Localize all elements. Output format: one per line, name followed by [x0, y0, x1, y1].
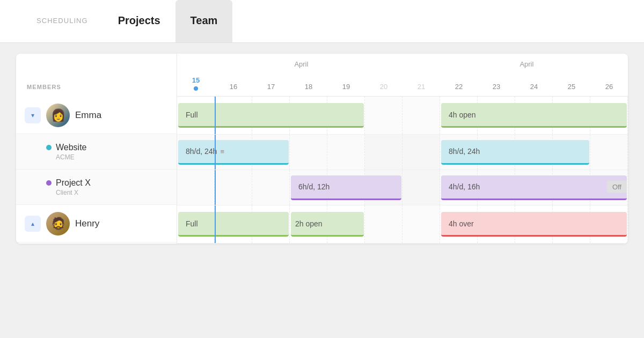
- members-panel: MEMBERS ▾ 👩 Emma: [16, 54, 177, 244]
- today-line-website: [215, 135, 216, 170]
- person-timeline-emma: Full 4h open: [177, 97, 628, 134]
- project-name-website: Website: [56, 143, 87, 152]
- chevron-up-icon: ▴: [31, 220, 34, 227]
- project-client-projectx: Client X: [46, 189, 168, 196]
- project-row-projectx: Project X Client X: [16, 170, 177, 205]
- today-line-projectx: [215, 170, 216, 205]
- date-cell-18: 18: [290, 83, 327, 91]
- bar-website-2[interactable]: 8h/d, 24h: [441, 140, 589, 165]
- date-header: April April 15 16 17 18 19 20 21 22: [177, 54, 628, 97]
- expand-btn-henry[interactable]: ▴: [25, 216, 41, 232]
- gc-6: [365, 97, 402, 134]
- project-info-website: Website ACME: [16, 134, 177, 169]
- date-cell-22: 22: [440, 83, 478, 91]
- date-cell-19: 19: [327, 83, 365, 91]
- nav-projects[interactable]: Projects: [103, 0, 175, 42]
- doc-icon-website: ≡: [220, 148, 224, 156]
- date-cell-16: 16: [215, 83, 252, 91]
- bar-henry-2hopen[interactable]: 2h open: [291, 212, 364, 237]
- date-cell-21: 21: [402, 83, 440, 91]
- timeline-panel: April April 15 16 17 18 19 20 21 22: [177, 54, 628, 244]
- date-cells: 15 16 17 18 19 20 21 22 23 24 25 26: [177, 76, 628, 96]
- bar-website-1[interactable]: 8h/d, 24h ≡: [178, 140, 289, 165]
- project-name-projectx: Project X: [56, 178, 91, 188]
- month-label-april-2: April: [519, 60, 533, 68]
- person-info-henry: ▴ 🧔 Henry: [16, 205, 177, 242]
- person-timeline-henry: Full 2h open 4h over: [177, 205, 628, 243]
- gc-7: [402, 97, 440, 134]
- project-timeline-website: 8h/d, 24h ≡ 8h/d, 24h: [177, 135, 628, 170]
- today-line-emma: [215, 97, 216, 134]
- person-row-henry: ▴ 🧔 Henry: [16, 205, 177, 243]
- person-name-emma: Emma: [75, 110, 101, 121]
- app-container: SCHEDULING Projects Team MEMBERS ▾: [0, 0, 644, 338]
- project-name-row-projectx: Project X: [46, 178, 168, 188]
- bar-projectx-2[interactable]: 4h/d, 16h Off: [441, 175, 627, 200]
- timeline-row-henry: Full 2h open 4h over: [177, 205, 628, 244]
- timeline-row-projectx: 6h/d, 12h 4h/d, 16h Off: [177, 170, 628, 205]
- date-cell-24: 24: [515, 83, 553, 91]
- date-cell-23: 23: [478, 83, 515, 91]
- main-content: MEMBERS ▾ 👩 Emma: [0, 43, 644, 338]
- members-header: MEMBERS: [16, 54, 177, 97]
- nav-team[interactable]: Team: [175, 0, 233, 42]
- date-cell-20: 20: [365, 83, 402, 91]
- bar-henry-4hover[interactable]: 4h over: [441, 212, 627, 237]
- dot-purple-projectx: [46, 180, 52, 186]
- bar-emma-4hopen[interactable]: 4h open: [441, 103, 627, 128]
- chevron-down-icon: ▾: [31, 112, 34, 119]
- month-label-april-1: April: [294, 60, 308, 68]
- avatar-henry: 🧔: [46, 212, 70, 236]
- timeline-row-emma: Full 4h open: [177, 97, 628, 135]
- calendar-wrapper: MEMBERS ▾ 👩 Emma: [16, 54, 628, 244]
- nav-scheduling[interactable]: SCHEDULING: [21, 0, 103, 42]
- bar-projectx-1[interactable]: 6h/d, 12h: [291, 175, 401, 200]
- members-label: MEMBERS: [27, 84, 61, 90]
- timeline-row-website: 8h/d, 24h ≡ 8h/d, 24h: [177, 135, 628, 170]
- date-cell-25: 25: [553, 83, 590, 91]
- project-info-projectx: Project X Client X: [16, 170, 177, 204]
- person-row-emma: ▾ 👩 Emma: [16, 97, 177, 134]
- date-cell-26: 26: [590, 83, 628, 91]
- date-cell-17: 17: [252, 83, 290, 91]
- bar-emma-full[interactable]: Full: [178, 103, 364, 128]
- project-timeline-projectx: 6h/d, 12h 4h/d, 16h Off: [177, 170, 628, 205]
- person-name-henry: Henry: [75, 218, 99, 229]
- person-info-emma: ▾ 👩 Emma: [16, 97, 177, 134]
- off-badge: Off: [607, 181, 627, 193]
- top-nav: SCHEDULING Projects Team: [0, 0, 644, 43]
- expand-btn-emma[interactable]: ▾: [25, 107, 41, 123]
- project-name-row-website: Website: [46, 143, 168, 152]
- avatar-emma: 👩: [46, 104, 70, 127]
- today-line-henry: [215, 205, 216, 243]
- project-row-website: Website ACME: [16, 134, 177, 170]
- dot-cyan-website: [46, 145, 52, 150]
- date-cell-15: 15: [177, 76, 215, 91]
- schedule-card: MEMBERS ▾ 👩 Emma: [16, 54, 628, 244]
- project-client-website: ACME: [46, 153, 168, 161]
- bar-henry-full[interactable]: Full: [178, 212, 289, 237]
